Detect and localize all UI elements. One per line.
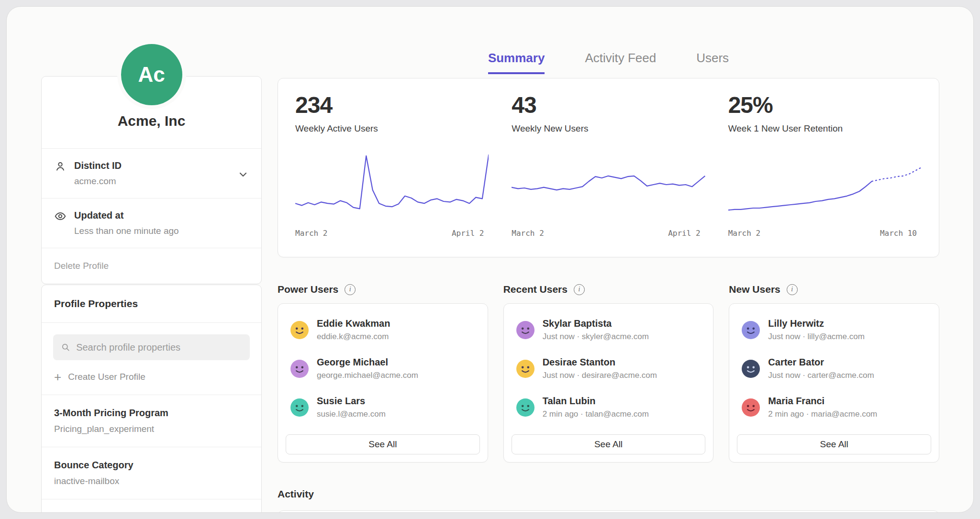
weekly-active-users-number: 234 [295,94,489,117]
chart-x-axis: March 2 April 2 [295,229,489,238]
user-row[interactable]: Carter Bator Just now · carter@acme.com [737,357,931,380]
app-panel: Ac Acme, Inc Distinct ID acme.com [6,6,974,513]
chart-x-axis: March 2 April 2 [512,229,705,238]
power-users-card: Eddie Kwakman eddie.k@acme.com [278,303,488,463]
user-name: George Michael [317,357,418,368]
search-input[interactable] [76,342,242,353]
profile-properties-card: Profile Properties + Create User Profile… [41,285,262,513]
property-name: Bounce Category [54,460,249,471]
power-users-title: Power Users [278,284,338,295]
info-icon[interactable]: i [345,284,356,295]
user-meta: Just now · lilly@acme.com [768,332,864,342]
search-icon [61,342,70,353]
recent-users-header: Recent Users i [503,283,714,296]
tab-users[interactable]: Users [696,51,729,74]
axis-start-label: March 2 [728,229,760,238]
user-avatar [516,398,535,417]
user-row[interactable]: Maria Franci 2 min ago · maria@acme.com [737,396,931,419]
user-name: Skylar Baptista [543,318,649,329]
axis-end-label: April 2 [452,229,484,238]
property-row[interactable]: 3-Month Pricing Program Pricing_plan_exp… [42,395,261,447]
property-value: Pricing_plan_experiment [54,424,249,434]
distinct-id-label: Distinct ID [74,160,122,171]
user-avatar [516,321,535,339]
user-avatar [516,360,535,378]
user-row[interactable]: Eddie Kwakman eddie.k@acme.com [286,318,480,342]
user-lists-row: Power Users i Eddie Kwak [278,283,939,463]
retention-number: 25% [728,94,922,117]
see-all-button[interactable]: See All [737,434,931,454]
user-row[interactable]: Lilly Herwitz Just now · lilly@acme.com [737,318,931,342]
distinct-id-row[interactable]: Distinct ID acme.com [42,148,261,198]
profile-properties-search[interactable] [53,334,250,360]
user-meta: george.michael@acme.com [317,371,418,380]
create-user-profile-label: Create User Profile [68,372,145,382]
axis-end-label: April 2 [668,229,700,238]
axis-start-label: March 2 [512,229,544,238]
user-avatar [290,360,309,378]
user-name: Talan Lubin [543,396,649,407]
delete-profile-button[interactable]: Delete Profile [42,248,261,284]
retention-label: Week 1 New User Retention [728,123,922,134]
recent-users-title: Recent Users [503,284,568,295]
eye-icon [54,210,67,222]
activity-card: 234 940 3.4k [278,510,939,513]
recent-users-card: Skylar Baptista Just now · skyler@acme.c… [503,303,714,463]
user-avatar [742,398,760,417]
user-meta: Just now · desirare@acme.com [543,371,657,380]
new-users-card: Lilly Herwitz Just now · lilly@acme.com [729,303,939,463]
user-row[interactable]: Talan Lubin 2 min ago · talan@acme.com [512,396,706,419]
main-content: Summary Activity Feed Users 234 Weekly A… [278,7,939,513]
retention-stat: 25% Week 1 New User Retention March 2 Ma… [728,94,922,238]
user-row[interactable]: Skylar Baptista Just now · skyler@acme.c… [512,318,706,342]
user-avatar [290,321,309,339]
person-icon [54,160,67,173]
updated-at-label: Updated at [74,210,179,221]
profile-properties-title: Profile Properties [42,285,261,323]
distinct-id-value: acme.com [74,176,122,187]
property-name: Browser [54,512,249,513]
user-meta: Just now · skyler@acme.com [543,332,649,342]
create-user-profile-button[interactable]: + Create User Profile [42,370,261,395]
user-name: Carter Bator [768,357,874,368]
recent-users-block: Recent Users i Skylar Ba [503,283,714,463]
tab-summary[interactable]: Summary [488,51,545,74]
user-row[interactable]: Susie Lars susie.l@acme.com [286,396,480,419]
weekly-new-users-number: 43 [512,94,705,117]
property-row[interactable]: Bounce Category inactive-mailbox [42,447,261,499]
user-row[interactable]: George Michael george.michael@acme.com [286,357,480,380]
info-icon[interactable]: i [787,284,798,295]
user-avatar [742,321,760,339]
user-name: Maria Franci [768,396,877,407]
info-icon[interactable]: i [574,284,585,295]
activity-title: Activity [278,488,939,500]
property-name: 3-Month Pricing Program [54,408,249,419]
user-name: Eddie Kwakman [317,318,390,329]
see-all-button[interactable]: See All [512,434,706,454]
user-meta: Just now · carter@acme.com [768,371,874,380]
user-name: Susie Lars [317,396,386,407]
new-users-block: New Users i Lilly Herwit [729,283,939,463]
chevron-down-icon[interactable] [237,169,249,180]
property-value: inactive-mailbox [54,476,249,486]
new-users-title: New Users [729,284,780,295]
axis-start-label: March 2 [295,229,327,238]
tab-activity-feed[interactable]: Activity Feed [585,51,656,74]
tab-bar: Summary Activity Feed Users [278,51,939,74]
property-row[interactable]: Browser Chrome [42,499,261,513]
user-name: Lilly Herwitz [768,318,864,329]
user-name: Desirae Stanton [543,357,657,368]
weekly-new-users-stat: 43 Weekly New Users March 2 April 2 [512,94,705,238]
weekly-active-users-chart [295,146,489,223]
new-users-header: New Users i [729,283,939,296]
user-meta: eddie.k@acme.com [317,332,390,342]
identity-card: Acme, Inc Distinct ID acme.com [41,76,262,284]
user-meta: 2 min ago · talan@acme.com [543,409,649,419]
see-all-button[interactable]: See All [286,434,480,454]
power-users-block: Power Users i Eddie Kwak [278,283,488,463]
retention-chart [728,146,922,223]
user-row[interactable]: Desirae Stanton Just now · desirare@acme… [512,357,706,380]
user-meta: 2 min ago · maria@acme.com [768,409,877,419]
updated-at-row: Updated at Less than one minute ago [42,198,261,248]
user-avatar [742,360,760,378]
